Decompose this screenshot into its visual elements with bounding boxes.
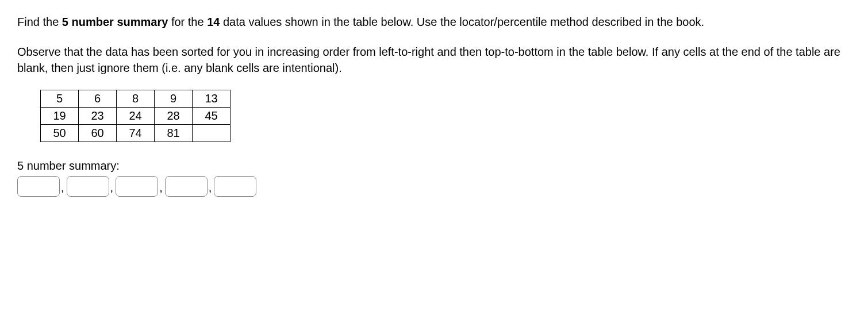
median-input[interactable] [116, 176, 158, 197]
q3-input[interactable] [165, 176, 208, 197]
table-cell [193, 125, 231, 142]
table-cell: 50 [41, 125, 79, 142]
text-fragment: for the [168, 16, 207, 28]
table-row: 50 60 74 81 [41, 125, 231, 142]
table-row: 19 23 24 28 45 [41, 108, 231, 125]
table-cell: 9 [155, 90, 193, 108]
answer-label: 5 number summary: [17, 159, 851, 173]
text-fragment: Find the [17, 16, 62, 28]
table-cell: 60 [79, 125, 117, 142]
table-row: 5 6 8 9 13 [41, 90, 231, 108]
question-paragraph-2: Observe that the data has been sorted fo… [17, 44, 851, 76]
text-fragment: data values shown in the table below. Us… [220, 16, 704, 28]
separator-comma: , [158, 181, 165, 197]
q1-input[interactable] [67, 176, 109, 197]
table-cell: 6 [79, 90, 117, 108]
separator-comma: , [208, 181, 214, 197]
answer-row: , , , , [17, 176, 851, 197]
bold-count-14: 14 [207, 16, 220, 28]
table-cell: 81 [155, 125, 193, 142]
table-cell: 8 [117, 90, 155, 108]
bold-phrase-5-number-summary: 5 number summary [62, 16, 168, 28]
separator-comma: , [109, 181, 116, 197]
table-cell: 5 [41, 90, 79, 108]
table-cell: 45 [193, 108, 231, 125]
data-table: 5 6 8 9 13 19 23 24 28 45 50 60 74 81 [40, 90, 231, 142]
table-cell: 19 [41, 108, 79, 125]
table-cell: 23 [79, 108, 117, 125]
max-input[interactable] [214, 176, 256, 197]
separator-comma: , [60, 181, 67, 197]
question-paragraph-1: Find the 5 number summary for the 14 dat… [17, 14, 851, 30]
table-cell: 24 [117, 108, 155, 125]
table-cell: 13 [193, 90, 231, 108]
table-cell: 74 [117, 125, 155, 142]
table-cell: 28 [155, 108, 193, 125]
min-input[interactable] [17, 176, 60, 197]
